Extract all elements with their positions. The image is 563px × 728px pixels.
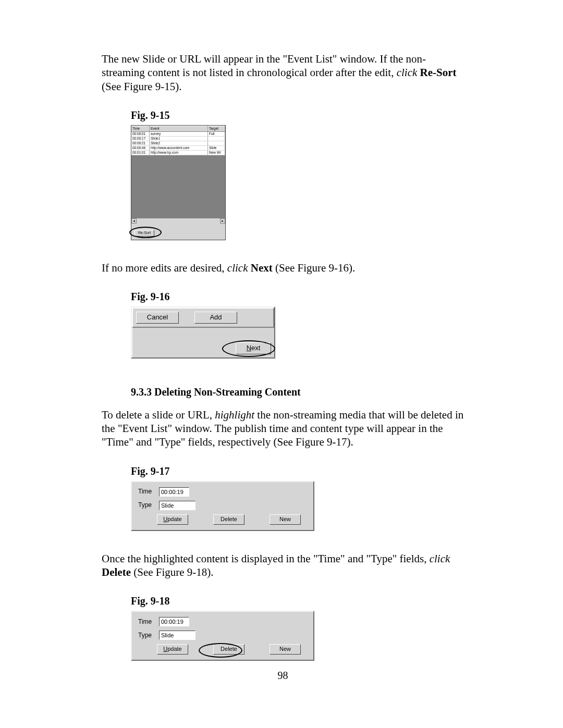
table-row[interactable]: 00:00:46 http://www.accordent.com Slide (131, 145, 225, 150)
section-9-3-3-heading: 9.3.3 Deleting Non-Streaming Content (131, 386, 464, 399)
update-button[interactable]: UpdateUpdate (157, 514, 188, 525)
text: (See Figure 9-18). (131, 566, 214, 578)
cell-time: 00:00:21 (131, 141, 150, 145)
cell-time: 00:00:17 (131, 136, 150, 141)
col-header-event[interactable]: Event (150, 126, 208, 131)
cell-event: Slide2 (150, 141, 208, 145)
horizontal-scrollbar[interactable]: ◄ ► (131, 218, 225, 224)
add-button[interactable]: Add (194, 312, 237, 324)
text: To delete a slide or URL, (102, 409, 215, 421)
text-bold: Re-Sort (417, 66, 456, 79)
cell-time: 00:01:01 (131, 150, 150, 155)
text: (See Figure 9-16). (273, 262, 356, 274)
event-list-window: Time Event Target 00:00:01 survey Full 0… (131, 125, 226, 240)
next-button[interactable]: NNextext (236, 342, 271, 354)
time-field[interactable]: 00:00:19 (159, 487, 189, 497)
text-italic: highlight (215, 409, 254, 421)
delete-button[interactable]: Delete (213, 514, 244, 525)
cell-time: 00:00:01 (131, 131, 150, 136)
time-label: Time (138, 488, 153, 496)
time-field[interactable]: 00:00:19 (159, 617, 189, 626)
text-italic: click (430, 552, 450, 565)
paragraph-4: Once the highlighted content is displaye… (102, 552, 464, 579)
paragraph-2: If no more edits are desired, click Next… (102, 261, 464, 275)
type-field[interactable]: Slide (159, 631, 195, 640)
cell-event: survey (150, 131, 208, 136)
cell-target (208, 141, 225, 145)
text: If no more edits are desired, (102, 262, 227, 274)
fig-9-16-window: Cancel Add NNextext (131, 306, 275, 359)
fig-9-15-label: Fig. 9-15 (131, 109, 464, 122)
fig-9-18-window: Time 00:00:19 Type Slide UpdateUpdate De… (131, 611, 314, 661)
cell-event: Slide1 (150, 136, 208, 141)
update-button[interactable]: UpdateUpdate (157, 644, 188, 655)
new-button[interactable]: New (270, 514, 301, 525)
type-label: Type (138, 632, 153, 639)
delete-button[interactable]: Delete (213, 644, 244, 655)
paragraph-3: To delete a slide or URL, highlight the … (102, 408, 464, 449)
cell-target (208, 136, 225, 141)
page-number: 98 (102, 669, 464, 682)
table-row[interactable]: 00:01:01 http://www.hp.com New Wi (131, 150, 225, 155)
text: (See Figure 9-15). (102, 80, 181, 93)
cell-event: http://www.hp.com (150, 150, 208, 155)
scroll-left-icon[interactable]: ◄ (131, 218, 137, 224)
time-label: Time (138, 618, 153, 626)
cell-event: http://www.accordent.com (150, 145, 208, 150)
fig-9-17-label: Fig. 9-17 (131, 465, 464, 478)
cell-target: Slide (208, 145, 225, 150)
table-row[interactable]: 00:00:01 survey Full (131, 131, 225, 136)
text: The new Slide or URL will appear in the … (102, 53, 426, 79)
type-label: Type (138, 501, 153, 509)
fig-9-17-window: Time 00:00:19 Type Slide UpdateUpdate De… (131, 481, 314, 531)
text-bold: Next (248, 262, 272, 274)
event-list-body (131, 155, 225, 218)
scroll-right-icon[interactable]: ► (220, 218, 225, 224)
text-italic: click (397, 66, 418, 79)
text-italic: click (227, 262, 248, 274)
fig-9-18-label: Fig. 9-18 (131, 595, 464, 608)
table-row[interactable]: 00:00:21 Slide2 (131, 141, 225, 145)
text: Once the highlighted content is displaye… (102, 552, 430, 565)
event-list-footer: Re-Sort (131, 224, 225, 240)
col-header-time[interactable]: Time (131, 126, 150, 131)
type-field[interactable]: Slide (159, 501, 195, 510)
fig-9-16-label: Fig. 9-16 (131, 290, 464, 303)
paragraph-1: The new Slide or URL will appear in the … (102, 52, 464, 93)
col-header-target[interactable]: Target (208, 126, 225, 131)
new-button[interactable]: New (270, 644, 301, 655)
resort-button[interactable]: Re-Sort (134, 230, 154, 237)
cell-target: Full (208, 131, 225, 136)
cancel-button[interactable]: Cancel (136, 312, 179, 324)
text-bold: Delete (102, 566, 131, 578)
event-list-table: Time Event Target 00:00:01 survey Full 0… (131, 126, 225, 155)
cell-time: 00:00:46 (131, 145, 150, 150)
table-row[interactable]: 00:00:17 Slide1 (131, 136, 225, 141)
cell-target: New Wi (208, 150, 225, 155)
